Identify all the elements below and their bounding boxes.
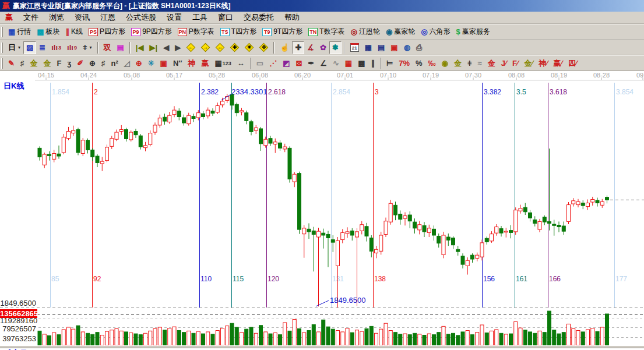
angle-line-button[interactable]: ∠	[317, 57, 330, 70]
price-scale-button[interactable]: ⊨	[383, 57, 396, 70]
last-page-button[interactable]: ▶|	[147, 41, 161, 54]
t9-square-button[interactable]: T99T四方形	[259, 26, 305, 38]
menu-app-icon[interactable]: 赢	[0, 12, 18, 23]
percent-button[interactable]: %	[413, 57, 425, 70]
line-pen-button[interactable]: ✒	[305, 57, 317, 70]
first-page-button[interactable]: |◀	[133, 41, 147, 54]
gold-red-lines-button[interactable]: 金	[485, 57, 498, 70]
gann-expand-button[interactable]: ↔	[213, 41, 227, 54]
gold-grid-button[interactable]: 金	[27, 57, 40, 70]
gold-lines-button[interactable]: 金	[451, 57, 464, 70]
gold-grid2-button[interactable]: 金	[40, 57, 54, 70]
square-number-button[interactable]: n²	[108, 57, 121, 70]
percent7-button[interactable]: 7%	[396, 57, 413, 70]
fan-box-button[interactable]: ◩	[280, 57, 293, 70]
menu-item-2[interactable]: 资讯	[69, 12, 95, 23]
gold-circle-button[interactable]: ◉	[439, 57, 451, 70]
percent-lines-button[interactable]: ‰	[425, 57, 439, 70]
parallel-lines-button[interactable]: ∥	[368, 57, 378, 70]
p9-square-button[interactable]: P99P四方形	[128, 26, 175, 38]
candle-pen-button[interactable]: ǂ	[464, 57, 475, 70]
box-select-button[interactable]: ▭	[254, 57, 266, 70]
compare-kline-button[interactable]: 双	[101, 41, 114, 54]
gann-angle-f-button[interactable]: F∕	[509, 57, 521, 70]
kline-button[interactable]: ∥K线	[63, 26, 86, 38]
menu-item-1[interactable]: 浏览	[44, 12, 69, 23]
export-button[interactable]: ◍	[401, 41, 413, 54]
grid2-tool-button[interactable]: ♯	[98, 57, 108, 70]
gann-angle-win-button[interactable]: 赢∕	[551, 57, 565, 70]
zigzag-button[interactable]: ∿	[330, 57, 342, 70]
pan-hand-button[interactable]: ☝	[277, 41, 292, 54]
count-grid-button[interactable]: ▦123	[212, 57, 234, 70]
t-number-button[interactable]: TNT数字表	[305, 26, 347, 38]
gann-center-button[interactable]: ✜	[256, 41, 271, 54]
period-daily-dropdown[interactable]: 日▾	[5, 41, 23, 54]
angle-measure-button[interactable]: ∡	[304, 41, 317, 54]
next-bar-button[interactable]: ▶	[172, 41, 184, 54]
candle-style-dropdown[interactable]: ǂ▾	[80, 41, 95, 54]
menu-item-0[interactable]: 文件	[18, 12, 44, 23]
title-bar[interactable]: 赢 赢家江恩专业版[赢家内部服务平台] - [上证指数 SH1A0001-123…	[0, 0, 644, 12]
f-grid-button[interactable]: F	[54, 57, 64, 70]
gann-move-left-button[interactable]: ←	[184, 41, 198, 54]
gann-wheel-button[interactable]: ◎江恩轮	[348, 26, 383, 38]
bars3-button[interactable]: ılı3	[48, 41, 64, 54]
menu-item-9[interactable]: 帮助	[279, 12, 305, 23]
menu-item-6[interactable]: 工具	[187, 12, 213, 23]
menu-item-7[interactable]: 窗口	[213, 12, 238, 23]
winner-service-button[interactable]: $赢家服务	[453, 26, 493, 38]
gann-angle-shen-button[interactable]: 神∕	[536, 57, 550, 70]
quotes-button[interactable]: ▦行情	[5, 26, 34, 38]
square-spiral-button[interactable]: ▣	[157, 57, 170, 70]
gann-angle-gold-button[interactable]: 金∕	[521, 57, 536, 70]
gann-compass-button[interactable]: ⊕	[133, 57, 145, 70]
gann-move-right-button[interactable]: →	[198, 41, 213, 54]
shen-grid-button[interactable]: 神	[185, 57, 199, 70]
print-button[interactable]: ⎙	[413, 41, 425, 54]
hexagon-button[interactable]: ◎六角形	[418, 26, 453, 38]
prev-bar-button[interactable]: ◀	[160, 41, 172, 54]
menu-item-4[interactable]: 公式选股	[121, 12, 161, 23]
memo-button[interactable]: ▤	[375, 41, 388, 54]
grid-box2-button[interactable]: ▩	[355, 57, 368, 70]
gann-star-button[interactable]: ✳	[242, 41, 256, 54]
quote-panel-button[interactable]: ≣	[36, 41, 48, 54]
sectors-button[interactable]: ▩板块	[34, 26, 62, 38]
crosshair-button[interactable]: ✚	[292, 41, 304, 54]
pen-tool-button[interactable]: ✎	[5, 57, 17, 70]
span-measure-button[interactable]: ↔	[234, 57, 248, 70]
menu-item-8[interactable]: 交易委托	[238, 12, 279, 23]
spiral-grid-button[interactable]: ʒ	[64, 57, 74, 70]
calculator-button[interactable]: ▦	[362, 41, 375, 54]
gann-angle-j-button[interactable]: J∕	[498, 57, 509, 70]
n-wave-button[interactable]: Ν″	[170, 57, 185, 70]
pattern-tool-button[interactable]: ✿	[317, 41, 329, 54]
t-square-button[interactable]: TST四方形	[217, 26, 259, 38]
calendar-button[interactable]: 21	[347, 41, 362, 54]
grid-box-button[interactable]: ▦	[342, 57, 355, 70]
gann-angle-four-button[interactable]: 四∕	[565, 57, 580, 70]
menu-item-3[interactable]: 江恩	[95, 12, 121, 23]
angle-flag-button[interactable]: ◿	[121, 57, 133, 70]
wave-lines-button[interactable]: ≈	[475, 57, 485, 70]
star-web-button[interactable]: ✳	[145, 57, 157, 70]
box-rays-button[interactable]: ⊠	[293, 57, 305, 70]
circle-grid-button[interactable]: ⊕	[86, 57, 98, 70]
chart-area[interactable]: 04-1504-2405-0805-1705-2806-0806-2007-01…	[0, 71, 644, 350]
gann-cross-button[interactable]: ✚	[227, 41, 242, 54]
menu-item-5[interactable]: 设置	[161, 12, 187, 23]
grid-tool-button[interactable]: ♯	[17, 57, 27, 70]
kline-canvas[interactable]: 1.854852922.3821101152.6181202.854131313…	[0, 71, 644, 350]
save-button[interactable]: ▣	[388, 41, 400, 54]
winner-wheel-button[interactable]: ◉赢家轮	[383, 26, 418, 38]
pen2-tool-button[interactable]: ✐	[74, 57, 86, 70]
bars9-button[interactable]: ılı9	[64, 41, 80, 54]
layout-toggle-button[interactable]: ▨	[23, 41, 36, 54]
win-grid-button[interactable]: 赢	[199, 57, 212, 70]
p-number-button[interactable]: PNP数字表	[175, 26, 217, 38]
volume-profile-button[interactable]: ▤	[114, 41, 127, 54]
moire-overlay-button[interactable]: ❃	[329, 41, 342, 54]
rays-fan-button[interactable]: ⋰	[266, 57, 280, 70]
pane-splitter[interactable]	[0, 345, 644, 348]
